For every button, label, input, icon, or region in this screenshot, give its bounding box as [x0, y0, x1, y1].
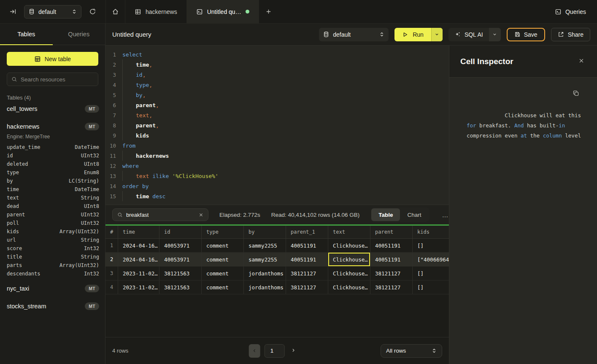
query-title[interactable]: Untitled query [112, 31, 313, 38]
table-cell[interactable]: 38121127 [370, 267, 413, 280]
row-number[interactable]: 4 [105, 280, 118, 294]
column-header[interactable]: text [328, 226, 370, 238]
queries-button[interactable]: Queries [544, 0, 597, 23]
share-button[interactable]: Share [551, 28, 590, 41]
table-cell[interactable]: Clickhouse… [328, 253, 370, 266]
column-row[interactable]: id UInt32 [0, 151, 105, 160]
column-row[interactable]: deleted UInt8 [0, 160, 105, 168]
column-row[interactable]: update_time DateTime [0, 143, 105, 151]
column-row[interactable]: title String [0, 253, 105, 261]
table-cell[interactable]: 40051191 [370, 253, 413, 266]
previous-page-button[interactable] [249, 344, 260, 358]
table-cell[interactable]: jordanthoms [244, 280, 286, 294]
table-cell[interactable]: 40051191 [286, 253, 328, 266]
row-number[interactable]: 1 [105, 239, 118, 252]
table-cell[interactable]: 38121563 [159, 267, 202, 280]
column-row[interactable]: descendants Int32 [0, 270, 105, 278]
column-row[interactable]: time DateTime [0, 185, 105, 194]
table-cell[interactable]: [] [413, 267, 449, 280]
table-cell[interactable]: 40053971 [159, 253, 202, 266]
view-toggle-chart[interactable]: Chart [400, 208, 428, 221]
new-table-button[interactable]: New table [7, 52, 98, 66]
table-cell[interactable]: Clickhouse… [328, 267, 370, 280]
results-search[interactable] [112, 208, 208, 221]
table-cell[interactable]: 38121127 [286, 280, 328, 294]
column-header[interactable]: kids [413, 226, 449, 238]
table-row[interactable]: 2 2024-04-16…40053971commentsammy2255400… [105, 253, 449, 267]
column-row[interactable]: parts Array(UInt32) [0, 261, 105, 270]
column-header[interactable]: by [244, 226, 286, 238]
table-cell[interactable]: comment [202, 267, 244, 280]
clear-search-icon[interactable] [199, 213, 203, 217]
column-header[interactable]: type [202, 226, 244, 238]
run-options-button[interactable] [431, 28, 443, 41]
table-cell[interactable]: [] [413, 239, 449, 252]
table-cell[interactable]: ["40066964… [413, 253, 449, 266]
column-header[interactable]: id [159, 226, 202, 238]
sidebar-tab-tables[interactable]: Tables [0, 24, 53, 45]
column-row[interactable]: by LC(String) [0, 177, 105, 185]
sidebar-tab-queries[interactable]: Queries [53, 24, 105, 45]
tab-hackernews[interactable]: hackernews [125, 0, 187, 23]
column-header[interactable]: time [118, 226, 159, 238]
column-row[interactable]: parent UInt32 [0, 210, 105, 219]
table-cell[interactable]: Clickhouse… [328, 280, 370, 294]
collapse-sidebar-button[interactable] [8, 7, 17, 16]
table-cell[interactable]: sammy2255 [244, 239, 286, 252]
page-number-input[interactable]: 1 [265, 344, 285, 358]
sidebar-table-item[interactable]: hackernews MT [0, 119, 105, 134]
new-tab-button[interactable] [259, 0, 278, 23]
table-cell[interactable]: Clickhouse… [328, 239, 370, 252]
table-cell[interactable]: 2024-04-16… [118, 253, 159, 266]
sidebar-search-input[interactable] [21, 76, 94, 83]
table-cell[interactable]: jordanthoms [244, 267, 286, 280]
save-button[interactable]: Save [507, 28, 545, 41]
column-row[interactable]: kids Array(UInt32) [0, 227, 105, 236]
sidebar-table-item[interactable]: stocks_stream MT [0, 299, 105, 313]
table-cell[interactable]: sammy2255 [244, 253, 286, 266]
table-cell[interactable]: comment [202, 280, 244, 294]
table-cell[interactable]: 38121563 [159, 280, 202, 294]
refresh-button[interactable] [88, 7, 97, 16]
close-inspector-button[interactable] [578, 57, 585, 66]
tab-untitled-query[interactable]: Untitled qu… [187, 0, 259, 23]
table-cell[interactable]: 40051191 [370, 239, 413, 252]
table-cell[interactable]: comment [202, 239, 244, 252]
table-cell[interactable]: 40053971 [159, 239, 202, 252]
view-toggle-table[interactable]: Table [371, 208, 400, 221]
table-row[interactable]: 4 2023-11-02…38121563commentjordanthoms3… [105, 280, 449, 294]
copy-cell-value-button[interactable] [572, 89, 580, 99]
row-number[interactable]: 3 [105, 267, 118, 280]
page-size-selector[interactable]: All rows [381, 344, 442, 358]
next-page-button[interactable] [289, 348, 298, 354]
column-row[interactable]: url String [0, 236, 105, 244]
table-cell[interactable]: 2023-11-02… [118, 280, 159, 294]
run-button[interactable]: Run [394, 28, 443, 41]
table-row[interactable]: 1 2024-04-16…40053971commentsammy2255400… [105, 239, 449, 253]
results-search-input[interactable] [126, 212, 195, 218]
column-row[interactable]: type Enum8 [0, 168, 105, 177]
column-row[interactable]: poll UInt32 [0, 219, 105, 227]
table-row[interactable]: 3 2023-11-02…38121563commentjordanthoms3… [105, 267, 449, 280]
sidebar-table-item[interactable]: cell_towers MT [0, 102, 105, 116]
column-row[interactable]: dead UInt8 [0, 202, 105, 210]
sql-editor[interactable]: 1 select 2 time, 3 [105, 46, 449, 205]
table-cell[interactable]: 40051191 [286, 239, 328, 252]
sql-ai-options-button[interactable] [489, 28, 501, 41]
column-header[interactable]: # [105, 226, 118, 238]
column-header[interactable]: parent [370, 226, 413, 238]
column-row[interactable]: score Int32 [0, 244, 105, 253]
sql-ai-button[interactable]: SQL AI [448, 28, 501, 41]
topbar-database-selector[interactable]: default [24, 5, 81, 19]
row-number[interactable]: 2 [105, 253, 118, 266]
sidebar-search[interactable] [7, 73, 98, 86]
table-cell[interactable]: comment [202, 253, 244, 266]
table-cell[interactable]: 2023-11-02… [118, 267, 159, 280]
sidebar-table-item[interactable]: nyc_taxi MT [0, 281, 105, 296]
table-cell[interactable]: 38121127 [370, 280, 413, 294]
table-cell[interactable]: 2024-04-16… [118, 239, 159, 252]
table-cell[interactable]: 38121127 [286, 267, 328, 280]
column-header[interactable]: parent_1 [286, 226, 328, 238]
query-database-selector[interactable]: default [319, 28, 389, 41]
tab-home[interactable] [106, 0, 125, 23]
